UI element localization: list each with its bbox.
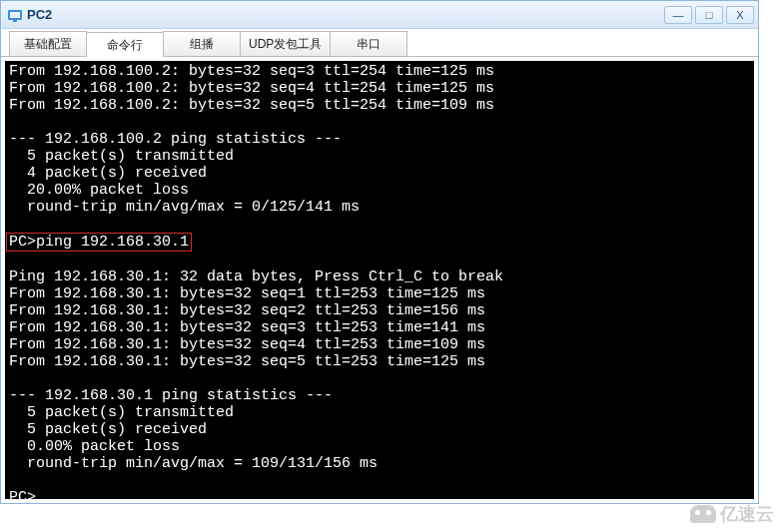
window-controls: — □ X (664, 6, 754, 24)
app-icon (7, 7, 23, 23)
tab-udp-tool[interactable]: UDP发包工具 (240, 31, 331, 56)
watermark-icon (690, 505, 716, 523)
watermark-text: 亿速云 (720, 502, 774, 526)
terminal[interactable]: From 192.168.100.2: bytes=32 seq=3 ttl=2… (5, 61, 754, 499)
watermark: 亿速云 (690, 502, 774, 526)
svg-rect-2 (13, 20, 17, 22)
maximize-button[interactable]: □ (695, 6, 723, 24)
minimize-button[interactable]: — (664, 6, 692, 24)
close-button[interactable]: X (726, 6, 754, 24)
tab-command-line[interactable]: 命令行 (86, 32, 164, 57)
tab-multicast[interactable]: 组播 (163, 31, 241, 56)
highlighted-command: PC>ping 192.168.30.1 (6, 233, 192, 252)
tab-row: 基础配置 命令行 组播 UDP发包工具 串口 (1, 29, 758, 57)
app-window: PC2 — □ X 基础配置 命令行 组播 UDP发包工具 串口 From 19… (0, 0, 759, 504)
terminal-container: From 192.168.100.2: bytes=32 seq=3 ttl=2… (1, 57, 758, 503)
titlebar[interactable]: PC2 — □ X (1, 1, 758, 29)
tab-basic-config[interactable]: 基础配置 (9, 31, 87, 56)
svg-rect-1 (10, 12, 20, 18)
window-title: PC2 (27, 7, 664, 22)
tab-serial[interactable]: 串口 (330, 31, 407, 56)
